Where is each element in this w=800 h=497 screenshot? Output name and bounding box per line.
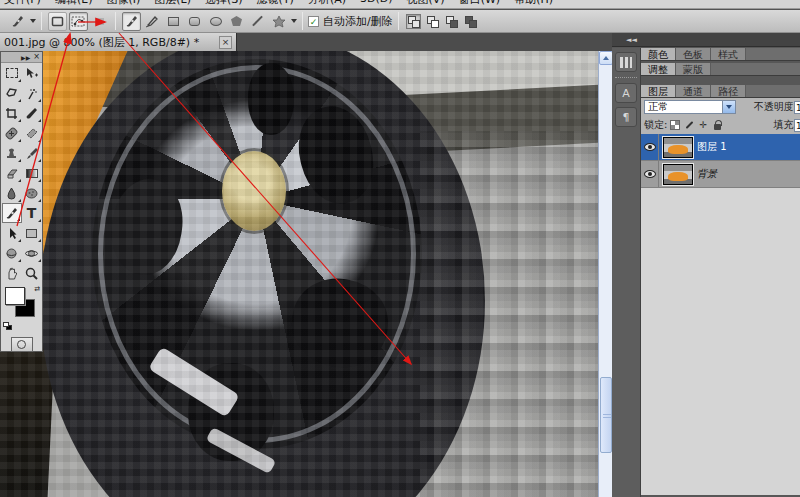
pen-tool[interactable] [2,203,22,223]
lock-pixels-icon[interactable] [684,120,694,130]
path-selection-tool[interactable] [2,223,22,243]
document-tab[interactable]: 001.jpg @ 800% (图层 1, RGB/8#) * × [0,33,237,51]
paragraph-panel-button[interactable]: ¶ [615,107,637,127]
exclude-overlapping-areas-button[interactable] [463,14,478,29]
hand-tool[interactable] [2,263,22,283]
magic-wand-tool[interactable] [22,83,42,103]
blur-tool[interactable] [2,183,22,203]
tool-preset-pen-icon[interactable] [8,12,27,31]
menu-filter[interactable]: 滤镜(T) [257,0,294,7]
lock-transparency-icon[interactable] [670,120,680,130]
shape-options-caret-icon[interactable] [291,19,297,23]
crop-icon [5,107,18,120]
layer-name[interactable]: 图层 1 [697,140,727,154]
fill-pixels-mode-button[interactable] [90,12,109,31]
quick-mask-icon [17,340,26,349]
patch-tool[interactable] [22,123,42,143]
tab-color[interactable]: 颜色 [641,48,676,60]
layer-thumbnail[interactable] [663,137,693,158]
pen-tool-button[interactable] [122,12,141,31]
fill-value-field[interactable]: 1 [794,119,800,132]
tab-channels[interactable]: 通道 [676,85,711,97]
tab-adjustments[interactable]: 调整 [641,63,676,75]
collapse-dock-icon[interactable]: ◄◄ [626,36,637,44]
subtract-from-path-area-button[interactable] [425,14,440,29]
zoom-tool[interactable] [22,263,42,283]
3d-rotate-tool[interactable] [2,243,22,263]
swap-colors-icon[interactable]: ⇄ [34,285,40,293]
3d-orbit-tool[interactable] [22,243,42,263]
add-to-path-area-button[interactable] [406,14,421,29]
menu-file[interactable]: 文件(F) [4,0,41,7]
foreground-color-swatch[interactable] [5,287,25,305]
clone-stamp-tool[interactable] [2,143,22,163]
eraser-tool[interactable] [2,163,22,183]
preset-caret-icon[interactable] [30,19,36,23]
marquee-tool[interactable] [2,63,22,83]
menu-bar: 文件(F) 编辑(E) 图像(I) 图层(L) 选择(S) 滤镜(T) 分析(A… [0,0,800,9]
healing-brush-tool[interactable] [2,123,22,143]
polygon-tool-button[interactable] [227,12,246,31]
rectangle-icon [26,229,37,238]
rectangle-tool-button[interactable] [164,12,183,31]
menu-analysis[interactable]: 分析(A) [308,0,346,7]
visibility-cell[interactable] [641,134,659,160]
layer-row-layer1[interactable]: 图层 1 [641,134,800,161]
scroll-up-button[interactable] [599,51,613,65]
lasso-tool[interactable] [2,83,22,103]
tab-paths[interactable]: 路径 [711,85,746,97]
intersect-path-areas-button[interactable] [444,14,459,29]
rounded-rectangle-tool-button[interactable] [185,12,204,31]
lock-position-icon[interactable]: ✛ [698,120,708,130]
line-tool-button[interactable] [248,12,267,31]
menu-select[interactable]: 选择(S) [205,0,243,7]
quick-mask-button[interactable] [11,337,33,352]
menu-3d[interactable]: 3D(D) [360,0,393,7]
brush-tool[interactable] [22,143,42,163]
tab-masks[interactable]: 蒙版 [676,63,711,75]
line-icon [252,16,263,27]
tab-swatches[interactable]: 色板 [676,48,711,60]
crop-tool[interactable] [2,103,22,123]
menu-image[interactable]: 图像(I) [106,0,140,7]
default-colors-icon[interactable] [3,322,13,331]
collapsed-panel-strip: A ¶ [612,48,641,497]
type-tool[interactable]: T [22,203,42,223]
layer-row-background[interactable]: 背景 [641,161,800,188]
character-panel-button[interactable]: A [615,83,637,103]
menu-window[interactable]: 窗口(W) [459,0,500,7]
eye-icon [644,170,656,178]
polygon-icon [231,16,242,26]
brushes-panel-button[interactable] [615,52,637,72]
pixel-grid-overlay [0,51,598,497]
auto-add-delete-checkbox[interactable]: ✓ [308,16,319,27]
vertical-scrollbar[interactable] [598,51,612,497]
shape-layers-mode-button[interactable] [48,12,67,31]
menu-edit[interactable]: 编辑(E) [55,0,93,7]
opacity-value-field[interactable]: 1 [794,101,800,114]
custom-shape-tool-button[interactable] [269,12,288,31]
paths-mode-button[interactable] [69,12,88,31]
collapse-palette-icon[interactable]: ▶▶ [21,54,30,61]
rectangle-shape-tool[interactable] [22,223,42,243]
image-canvas[interactable] [0,51,598,497]
freeform-pen-tool-button[interactable] [143,12,162,31]
sponge-tool[interactable] [22,183,42,203]
scrollbar-thumb[interactable] [600,377,612,453]
close-palette-icon[interactable]: × [33,53,40,61]
blend-mode-select[interactable]: 正常 [644,100,736,114]
lock-all-icon[interactable] [712,120,722,130]
visibility-cell[interactable] [641,161,659,187]
tab-layers[interactable]: 图层 [641,85,676,97]
layer-name[interactable]: 背景 [697,167,717,181]
move-tool[interactable] [22,63,42,83]
close-tab-icon[interactable]: × [219,36,232,49]
menu-layer[interactable]: 图层(L) [154,0,191,7]
tab-styles[interactable]: 样式 [711,48,746,60]
ellipse-tool-button[interactable] [206,12,225,31]
eyedropper-tool[interactable] [22,103,42,123]
layer-thumbnail[interactable] [663,164,693,185]
menu-view[interactable]: 视图(V) [407,0,445,7]
gradient-tool[interactable] [22,163,42,183]
menu-help[interactable]: 帮助(H) [514,0,553,7]
